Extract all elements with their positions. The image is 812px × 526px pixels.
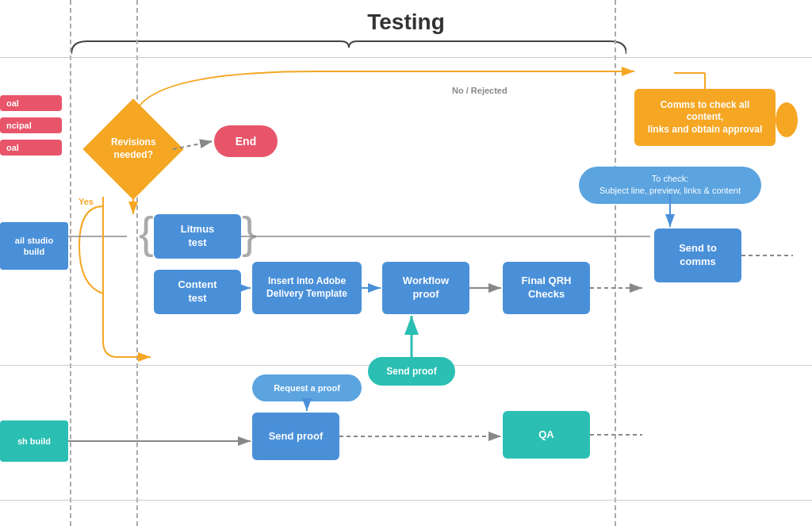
vline-3 bbox=[615, 0, 616, 526]
vline-2 bbox=[136, 0, 138, 526]
revisions-diamond: Revisions needed? bbox=[94, 109, 173, 189]
email-studio-box: ail studiobuild bbox=[0, 222, 68, 270]
left-label-3: oal bbox=[0, 140, 62, 155]
left-label-2: ncipal bbox=[0, 117, 62, 133]
sh-build-box: sh build bbox=[0, 420, 68, 462]
vline-1 bbox=[70, 0, 71, 526]
to-check-callout: To check:Subject line, preview, links & … bbox=[579, 167, 761, 204]
hline-bottom bbox=[0, 500, 812, 501]
curly-brace-right: { bbox=[242, 210, 257, 255]
canvas: Testing oal ncipal oal ail studiobuild s… bbox=[0, 0, 812, 526]
no-rejected-label: No / Rejected bbox=[452, 86, 508, 95]
brace-svg bbox=[71, 38, 626, 57]
end-pill: End bbox=[214, 125, 278, 157]
request-proof-oval: Request a proof bbox=[252, 374, 362, 401]
send-to-comms-box: Send tocomms bbox=[654, 228, 741, 282]
qa-box: QA bbox=[503, 411, 590, 459]
workflow-proof-box: Workflowproof bbox=[382, 262, 469, 314]
send-proof-teal-oval: Send proof bbox=[368, 357, 455, 386]
page-title: Testing bbox=[0, 10, 812, 35]
content-test-box: Contenttest bbox=[154, 270, 241, 314]
final-qrh-box: Final QRHChecks bbox=[503, 262, 590, 314]
hline-top bbox=[0, 57, 812, 58]
send-proof-blue-box: Send proof bbox=[252, 413, 339, 460]
left-label-1: oal bbox=[0, 95, 62, 111]
person-icon bbox=[776, 100, 798, 140]
litmus-test-box: Litmustest bbox=[154, 214, 241, 259]
curly-brace: { bbox=[139, 210, 154, 255]
yes-label: Yes bbox=[79, 197, 94, 206]
comms-check-box: Comms to check all content,links and obt… bbox=[634, 89, 776, 146]
insert-adobe-box: Insert into AdobeDelivery Template bbox=[252, 262, 362, 314]
